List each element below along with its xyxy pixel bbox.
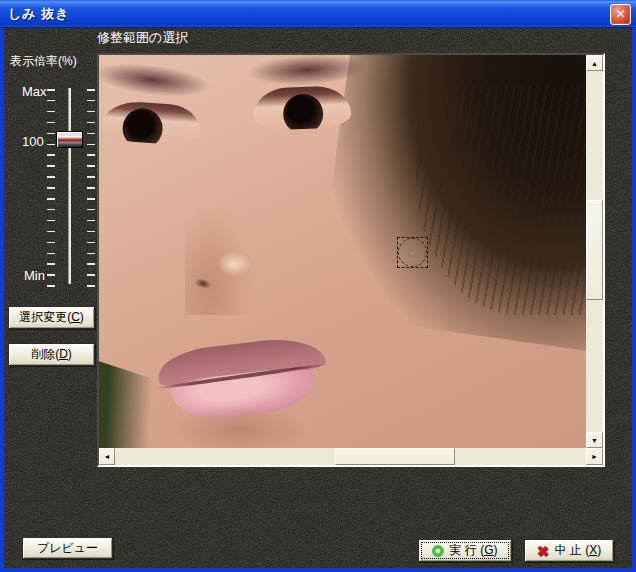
vertical-scrollbar[interactable]: ▲ ▼	[586, 55, 603, 448]
execute-button[interactable]: 実 行 (G)	[418, 539, 512, 562]
arrow-down-icon: ▼	[591, 437, 598, 444]
zoom-panel-title: 表示倍率(%)	[10, 53, 77, 70]
spot-removal-dialog: しみ 抜き ✕ 表示倍率(%) Max 100 Min	[0, 0, 636, 572]
spot-selection-marquee[interactable]	[397, 237, 428, 268]
vertical-scroll-thumb[interactable]	[586, 200, 603, 300]
close-button[interactable]: ✕	[610, 4, 631, 25]
dialog-body: 表示倍率(%) Max 100 Min 選択変更(C) 削除(D) 修整範囲の選…	[4, 28, 632, 568]
photo-right-eye	[252, 85, 351, 130]
delete-button[interactable]: 削除(D)	[8, 343, 95, 366]
delete-label: 削除(D)	[31, 346, 72, 363]
zoom-max-label: Max	[22, 84, 47, 99]
photo-chin-shadow	[169, 405, 309, 448]
canvas-label: 修整範囲の選択	[97, 29, 188, 47]
scroll-up-button[interactable]: ▲	[586, 55, 603, 71]
photo-right-iris	[283, 93, 324, 130]
cancel-label: 中 止 (X)	[555, 542, 602, 559]
change-selection-label: 選択変更(C)	[19, 309, 84, 326]
title-bar[interactable]: しみ 抜き ✕	[0, 0, 636, 28]
zoom-slider-thumb[interactable]	[56, 131, 83, 148]
change-selection-button[interactable]: 選択変更(C)	[8, 306, 95, 329]
dialog-title: しみ 抜き	[8, 5, 70, 23]
zoom-slider-track[interactable]	[68, 88, 71, 284]
arrow-left-icon: ◄	[104, 453, 111, 460]
scroll-right-button[interactable]: ►	[586, 448, 603, 465]
image-frame: ▲ ▼ ◄ ►	[97, 53, 605, 467]
cancel-x-icon: ✖	[537, 543, 549, 559]
execute-label: 実 行 (G)	[449, 542, 497, 559]
scroll-left-button[interactable]: ◄	[99, 448, 115, 465]
photo-left-iris	[121, 107, 164, 146]
preview-button[interactable]: プレビュー	[22, 537, 113, 559]
horizontal-scroll-thumb[interactable]	[335, 448, 455, 465]
arrow-right-icon: ►	[591, 453, 598, 460]
slider-ticks-left	[47, 89, 55, 287]
photo-nose-highlight	[217, 251, 251, 277]
cancel-button[interactable]: ✖ 中 止 (X)	[524, 539, 614, 562]
zoom-min-label: Min	[24, 268, 45, 283]
zoom-current-value: 100	[22, 134, 44, 149]
preview-label: プレビュー	[37, 540, 98, 557]
scroll-down-button[interactable]: ▼	[586, 432, 603, 448]
arrow-up-icon: ▲	[591, 60, 598, 67]
skin-spot	[410, 251, 415, 256]
slider-ticks-right	[87, 89, 95, 287]
execute-green-icon	[432, 545, 444, 557]
photo-viewport[interactable]	[99, 55, 586, 448]
horizontal-scrollbar[interactable]: ◄ ►	[99, 448, 603, 465]
close-icon: ✕	[615, 7, 625, 21]
